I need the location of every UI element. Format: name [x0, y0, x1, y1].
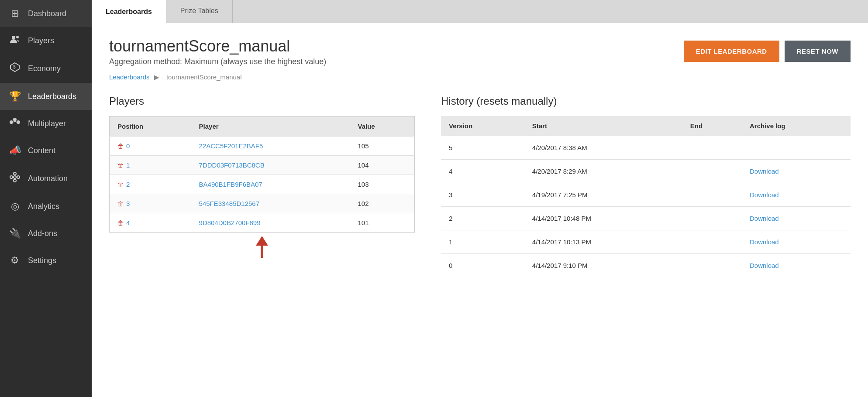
svg-text:$: $ [13, 65, 16, 69]
position-link[interactable]: 4 [126, 219, 130, 226]
end-cell [682, 230, 742, 254]
breadcrumb-link[interactable]: Leaderboards [109, 73, 150, 81]
header-section: tournamentScore_manual Aggregation metho… [109, 37, 851, 70]
table-row: 2 4/14/2017 10:48 PM Download [441, 207, 851, 230]
svg-point-12 [14, 172, 16, 175]
player-id-link[interactable]: 22ACC5F201E2BAF5 [199, 142, 263, 150]
history-table: Version Start End Archive log 5 4/20/201… [441, 116, 851, 277]
edit-leaderboard-button[interactable]: EDIT LEADERBOARD [684, 41, 779, 62]
download-link[interactable]: Download [750, 238, 779, 246]
version-cell: 2 [441, 207, 524, 230]
svg-point-4 [10, 120, 13, 124]
position-link[interactable]: 0 [126, 142, 130, 150]
player-cell: 9D804D0B2700F899 [191, 213, 350, 233]
delete-icon[interactable]: 🗑 [117, 162, 124, 169]
table-row: 🗑 0 22ACC5F201E2BAF5 105 [110, 137, 415, 156]
end-cell [682, 183, 742, 207]
breadcrumb: Leaderboards ▶ tournamentScore_manual [109, 73, 851, 81]
position-cell: 🗑 0 [110, 137, 191, 156]
col-header-value: Value [350, 116, 414, 137]
players-section: Players Position Player Value 🗑 0 [109, 95, 415, 258]
sidebar-label-settings: Settings [28, 256, 56, 265]
sidebar-item-analytics[interactable]: ◎ Analytics [0, 193, 92, 220]
content-icon: 📣 [9, 145, 21, 156]
history-section: History (resets manually) Version Start … [441, 95, 851, 277]
tab-leaderboards[interactable]: Leaderboards [92, 0, 166, 23]
player-id-link[interactable]: 545FE33485D12567 [199, 200, 259, 207]
main-columns: Players Position Player Value 🗑 0 [109, 95, 851, 277]
delete-icon[interactable]: 🗑 [117, 143, 124, 150]
sidebar-item-multiplayer[interactable]: Multiplayer [0, 110, 92, 137]
sidebar-item-settings[interactable]: ⚙ Settings [0, 247, 92, 274]
sidebar-label-analytics: Analytics [28, 202, 59, 211]
delete-icon[interactable]: 🗑 [117, 200, 124, 207]
download-link[interactable]: Download [750, 191, 779, 198]
settings-icon: ⚙ [9, 255, 21, 266]
reset-now-button[interactable]: RESET NOW [785, 41, 851, 62]
analytics-icon: ◎ [9, 201, 21, 212]
sidebar-label-economy: Economy [28, 64, 61, 73]
players-icon [9, 35, 21, 46]
arrow-up-icon [256, 236, 268, 246]
svg-line-7 [13, 121, 15, 122]
scroll-indicator [109, 236, 415, 258]
players-table: Position Player Value 🗑 0 22ACC5F201E2BA… [109, 116, 415, 233]
sidebar-item-content[interactable]: 📣 Content [0, 137, 92, 164]
breadcrumb-separator: ▶ [154, 73, 159, 81]
economy-icon: $ [9, 62, 21, 75]
player-id-link[interactable]: 9D804D0B2700F899 [199, 219, 261, 226]
table-row: 5 4/20/2017 8:38 AM [441, 136, 851, 160]
table-row: 4 4/20/2017 8:29 AM Download [441, 160, 851, 183]
sidebar-item-economy[interactable]: $ Economy [0, 54, 92, 83]
svg-line-8 [15, 121, 17, 122]
sidebar-label-dashboard: Dashboard [28, 9, 66, 18]
sidebar-item-players[interactable]: Players [0, 27, 92, 54]
tab-prize-tables[interactable]: Prize Tables [166, 0, 233, 23]
position-cell: 🗑 1 [110, 156, 191, 175]
position-cell: 🗑 2 [110, 175, 191, 194]
table-row: 🗑 1 7DDD03F0713BC8CB 104 [110, 156, 415, 175]
history-section-title: History (resets manually) [441, 95, 851, 107]
download-link[interactable]: Download [750, 262, 779, 269]
version-cell: 3 [441, 183, 524, 207]
version-cell: 5 [441, 136, 524, 160]
player-id-link[interactable]: BA490B1FB9F6BA07 [199, 181, 262, 188]
position-link[interactable]: 2 [126, 181, 130, 188]
sidebar-item-addons[interactable]: 🔌 Add-ons [0, 220, 92, 247]
automation-icon [9, 172, 21, 185]
main-content: Leaderboards Prize Tables tournamentScor… [92, 0, 868, 397]
col-header-archive: Archive log [742, 116, 851, 136]
page-title: tournamentScore_manual [109, 37, 326, 55]
player-cell: 7DDD03F0713BC8CB [191, 156, 350, 175]
header-buttons: EDIT LEADERBOARD RESET NOW [684, 41, 851, 62]
end-cell [682, 254, 742, 277]
player-cell: 545FE33485D12567 [191, 194, 350, 213]
sidebar-item-automation[interactable]: Automation [0, 164, 92, 193]
col-header-player: Player [191, 116, 350, 137]
col-header-end: End [682, 116, 742, 136]
player-id-link[interactable]: 7DDD03F0713BC8CB [199, 161, 265, 169]
svg-point-6 [17, 120, 20, 124]
archive-cell: Download [742, 183, 851, 207]
sidebar-item-leaderboards[interactable]: 🏆 Leaderboards [0, 83, 92, 110]
col-header-start: Start [524, 116, 682, 136]
addons-icon: 🔌 [9, 228, 21, 239]
svg-point-13 [14, 179, 16, 182]
position-link[interactable]: 1 [126, 161, 130, 169]
start-cell: 4/20/2017 8:29 AM [524, 160, 682, 183]
delete-icon[interactable]: 🗑 [117, 219, 124, 226]
position-link[interactable]: 3 [126, 200, 130, 207]
col-header-version: Version [441, 116, 524, 136]
archive-cell: Download [742, 207, 851, 230]
download-link[interactable]: Download [750, 215, 779, 222]
title-block: tournamentScore_manual Aggregation metho… [109, 37, 326, 70]
start-cell: 4/20/2017 8:38 AM [524, 136, 682, 160]
version-cell: 4 [441, 160, 524, 183]
arrow-stem [261, 246, 263, 258]
download-link[interactable]: Download [750, 168, 779, 175]
player-cell: BA490B1FB9F6BA07 [191, 175, 350, 194]
version-cell: 0 [441, 254, 524, 277]
svg-point-9 [14, 176, 16, 178]
sidebar-item-dashboard[interactable]: ⊞ Dashboard [0, 0, 92, 27]
delete-icon[interactable]: 🗑 [117, 181, 124, 188]
